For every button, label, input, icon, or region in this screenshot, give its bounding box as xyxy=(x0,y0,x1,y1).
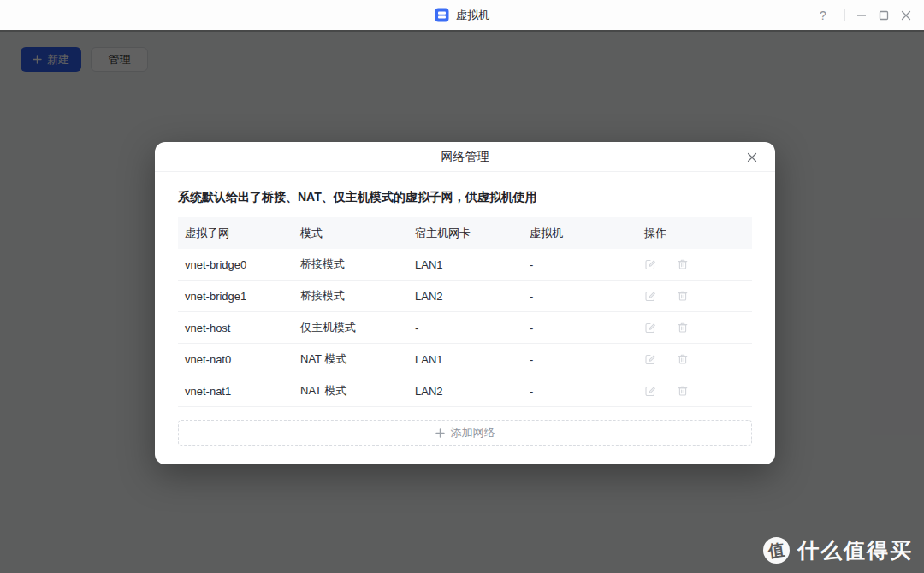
help-icon[interactable]: ? xyxy=(812,0,834,30)
table-row: vnet-nat0 NAT 模式 LAN1 - xyxy=(178,344,752,375)
minimize-icon[interactable] xyxy=(850,0,873,30)
smzdm-watermark-text: 什么值得买 xyxy=(797,536,913,564)
cell-vm: - xyxy=(523,290,637,303)
cell-vm: - xyxy=(523,258,637,271)
cell-subnet: vnet-nat0 xyxy=(178,353,293,366)
col-header-mode: 模式 xyxy=(293,226,408,241)
cell-mode: 桥接模式 xyxy=(293,288,408,304)
table-row: vnet-bridge0 桥接模式 LAN1 - xyxy=(178,249,752,281)
col-header-subnet: 虚拟子网 xyxy=(178,226,293,241)
cell-host-nic: LAN2 xyxy=(408,385,523,398)
col-header-vm: 虚拟机 xyxy=(523,226,637,241)
cell-mode: NAT 模式 xyxy=(293,383,408,399)
cell-actions xyxy=(637,258,752,270)
trash-icon[interactable] xyxy=(677,290,689,302)
cell-subnet: vnet-bridge1 xyxy=(178,290,293,303)
window-title: 虚拟机 xyxy=(456,8,489,23)
network-management-modal: 网络管理 系统默认给出了桥接、NAT、仅主机模式的虚拟子网，供虚拟机使用 虚拟子… xyxy=(155,142,775,464)
col-header-host-nic: 宿主机网卡 xyxy=(408,226,523,241)
table-row: vnet-host 仅主机模式 - - xyxy=(178,312,752,344)
trash-icon[interactable] xyxy=(677,385,689,397)
edit-icon[interactable] xyxy=(644,258,656,270)
smzdm-badge-icon: 值 xyxy=(763,537,790,564)
cell-vm: - xyxy=(523,353,637,366)
network-table: 虚拟子网 模式 宿主机网卡 虚拟机 操作 vnet-bridge0 桥接模式 L… xyxy=(178,217,752,407)
titlebar-divider xyxy=(844,9,845,21)
modal-close-icon[interactable] xyxy=(741,142,763,172)
trash-icon[interactable] xyxy=(677,258,689,270)
window-titlebar: 虚拟机 ? xyxy=(0,0,924,30)
trash-icon[interactable] xyxy=(677,322,689,334)
cell-actions xyxy=(637,385,752,397)
cell-actions xyxy=(637,322,752,334)
cell-subnet: vnet-nat1 xyxy=(178,385,293,398)
edit-icon[interactable] xyxy=(644,385,656,397)
table-row: vnet-bridge1 桥接模式 LAN2 - xyxy=(178,281,752,312)
cell-host-nic: LAN2 xyxy=(408,290,523,303)
smzdm-watermark: 值 什么值得买 xyxy=(763,536,913,564)
cell-host-nic: - xyxy=(408,322,523,334)
edit-icon[interactable] xyxy=(644,322,656,334)
plus-icon xyxy=(435,428,445,438)
trash-icon[interactable] xyxy=(677,353,689,365)
close-icon[interactable] xyxy=(895,0,917,30)
cell-host-nic: LAN1 xyxy=(408,353,523,366)
cell-subnet: vnet-host xyxy=(178,322,293,334)
edit-icon[interactable] xyxy=(644,353,656,365)
cell-vm: - xyxy=(523,385,637,398)
cell-host-nic: LAN1 xyxy=(408,258,523,271)
vm-app-icon xyxy=(435,8,449,22)
add-network-button[interactable]: 添加网络 xyxy=(178,420,752,446)
maximize-icon[interactable] xyxy=(873,0,895,30)
edit-icon[interactable] xyxy=(644,290,656,302)
modal-description: 系统默认给出了桥接、NAT、仅主机模式的虚拟子网，供虚拟机使用 xyxy=(178,190,752,205)
cell-subnet: vnet-bridge0 xyxy=(178,258,293,271)
modal-header: 网络管理 xyxy=(155,142,775,172)
modal-title: 网络管理 xyxy=(155,142,775,172)
cell-actions xyxy=(637,290,752,302)
table-body: vnet-bridge0 桥接模式 LAN1 - vnet-bridge1 xyxy=(178,249,752,407)
cell-mode: NAT 模式 xyxy=(293,351,408,367)
col-header-actions: 操作 xyxy=(637,226,752,241)
cell-mode: 仅主机模式 xyxy=(293,320,408,335)
add-network-label: 添加网络 xyxy=(451,425,495,440)
cell-mode: 桥接模式 xyxy=(293,257,408,272)
table-row: vnet-nat1 NAT 模式 LAN2 - xyxy=(178,375,752,407)
cell-vm: - xyxy=(523,322,637,334)
table-header-row: 虚拟子网 模式 宿主机网卡 虚拟机 操作 xyxy=(178,217,752,249)
cell-actions xyxy=(637,353,752,365)
